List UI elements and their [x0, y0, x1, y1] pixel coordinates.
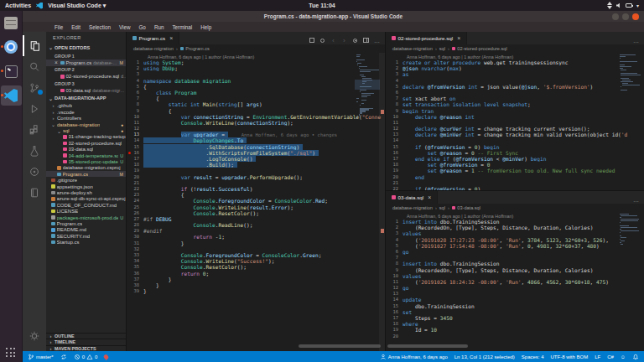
toggle-blame-icon[interactable] [319, 31, 325, 46]
code-line[interactable]: 19 Id = 10 [386, 327, 644, 333]
code-line[interactable]: 8set transaction isolation level snapsho… [386, 101, 644, 107]
language-mode[interactable]: C# [607, 354, 614, 359]
extensions-icon[interactable] [23, 119, 46, 140]
code-line[interactable]: 1create or alter procedure web.get_train… [386, 59, 644, 65]
code-line[interactable]: 1using System; [127, 59, 385, 65]
tree-item-Startup.cs[interactable]: Startup.cs [46, 239, 126, 245]
code-line[interactable]: 2using DbUp; [127, 65, 385, 71]
code-line[interactable]: 21 [127, 180, 385, 186]
code-line[interactable]: 24 Console.ForegroundColor = ConsoleColo… [127, 198, 385, 204]
code-line[interactable]: 11 ('20191026 18:24:32 -08:00', 'Run', 4… [386, 279, 644, 285]
gitlens-icon[interactable] [352, 31, 358, 46]
code-line[interactable]: 20 [386, 334, 644, 339]
code-line[interactable]: 9 { [127, 108, 385, 114]
workspace-root[interactable]: ⌄DATA-MIGRATION-APP [46, 94, 126, 103]
next-change-icon[interactable]: › [341, 31, 347, 46]
breadcrumb[interactable]: database-migration›sql›02-stored-procedu… [386, 44, 644, 53]
code-line[interactable]: 10 declare @reason int [386, 114, 644, 120]
tree-item-04-add-temperature.sql[interactable]: 04-add-temperature.sqlU [46, 153, 126, 158]
code-line[interactable]: 39} [127, 288, 385, 294]
code-line[interactable]: 5declare @fromVersion int = json_value(@… [386, 84, 644, 90]
code-line[interactable]: 20 var result = upgrader.PerformUpgrade(… [127, 174, 385, 180]
code-line[interactable]: 18 .Build(); [127, 162, 385, 168]
tree-item-01-change-tracking-setup.sql[interactable]: 01-change-tracking-setup.sql [46, 134, 126, 140]
cursor-position[interactable]: Ln 13, Col 1 (212 selected) [454, 354, 515, 359]
code-line[interactable]: 26 Console.ResetColor(); [127, 210, 385, 216]
code-line[interactable]: 18 set @fromVersion = 0 [386, 162, 644, 168]
code-line[interactable]: 13 [386, 291, 644, 297]
code-line[interactable]: 9 (RecordedOn, [Type], Steps, Distance, … [386, 267, 644, 273]
code-line[interactable]: 12 declare @curVer int = change_tracking… [386, 126, 644, 132]
menu-terminal[interactable]: Terminal [169, 24, 195, 30]
breadcrumb-item[interactable]: database-migration [392, 205, 433, 210]
code-line[interactable]: 19 [127, 168, 385, 173]
horizontal-scrollbar[interactable] [387, 344, 468, 348]
code-line[interactable]: 15 if (@fromVersion = 0) begin [386, 144, 644, 150]
code-line[interactable]: 34 Console.WriteLine("Success!"); [127, 258, 385, 264]
code-line[interactable]: 12go [386, 285, 644, 291]
panel-timeline[interactable]: ›TIMELINE [46, 339, 126, 345]
tree-item-Program.cs[interactable]: Program.csM [46, 171, 126, 177]
breadcrumb-item[interactable]: sql [439, 205, 445, 210]
vertical-scrollbar[interactable] [379, 53, 385, 351]
code-line[interactable]: 16set [386, 309, 644, 315]
code-line[interactable]: 6 class Program [127, 90, 385, 96]
tree-item-azure-deploy.sh[interactable]: azure-deploy.sh [46, 189, 126, 195]
menu-edit[interactable]: Edit [68, 24, 84, 30]
search-icon[interactable] [23, 56, 46, 77]
tab-close-icon[interactable]: × [169, 35, 173, 41]
code-line[interactable]: 3as [386, 71, 644, 77]
close-button[interactable] [632, 13, 639, 20]
code-line[interactable]: 7 [386, 255, 644, 261]
code-line[interactable]: 2@json nvarchar(max) [386, 65, 644, 71]
tree-item-packages-microsoft-prod.deb[interactable]: packages-microsoft-prod.debU [46, 215, 126, 220]
code-line[interactable]: 4 [386, 78, 644, 84]
activities-button[interactable]: Activities [5, 3, 31, 8]
menu-view[interactable]: View [116, 24, 134, 30]
code-line[interactable]: 5 ('20191027 17:54:48 -08:00', 'Run', 0,… [386, 243, 644, 249]
code-line[interactable]: 22 if (!result.Successful) [127, 186, 385, 192]
tree-item-appsettings.json[interactable]: appsettings.json [46, 184, 126, 189]
breadcrumb-item[interactable]: Program.cs [180, 46, 210, 51]
tab-02-stored-procedure.sql[interactable]: 02-stored-procedure.sql× [386, 32, 467, 44]
code-line[interactable]: 4 ('20191028 17:27:23 -08:00', 'Run', 37… [386, 237, 644, 243]
book-extension-icon[interactable] [23, 182, 46, 203]
tree-item-05-stored-proc-update.sql[interactable]: 05-stored-proc-update.sqlU [46, 158, 126, 164]
code-line[interactable]: 15 dbo.TrainingSession [386, 303, 644, 309]
tree-item-azure-sql-db-sync-ct-api.csproj[interactable]: azure-sql-db-sync-ct-api.csproj [46, 196, 126, 202]
code-line[interactable]: 21 [386, 180, 644, 186]
code-line[interactable]: 20 end [386, 174, 644, 180]
code-line[interactable]: 30 return -1; [127, 234, 385, 240]
app-menu-button[interactable]: Visual Studio Code ▾ [48, 3, 106, 9]
code-line[interactable]: 9begin tran [386, 108, 644, 114]
more-actions-icon[interactable]: … [633, 31, 639, 46]
split-editor-icon[interactable] [363, 31, 369, 46]
code-editor[interactable]: Anna Hoffman, 6 days ago | 1 author (Ann… [127, 53, 385, 351]
code-line[interactable]: 12 [127, 126, 385, 132]
more-actions-icon[interactable]: … [374, 31, 380, 46]
code-line[interactable]: 13 var upgrader = Anna Hoffman, 6 days a… [127, 132, 385, 137]
code-editor[interactable]: Anna Hoffman, 6 days ago | 1 author (Ann… [386, 53, 644, 190]
code-line[interactable]: 10 var connectionString = Environment.Ge… [127, 114, 385, 120]
open-editor-item[interactable]: ×Program.csdatabase-migra...M [46, 59, 126, 66]
indentation-status[interactable]: Spaces: 4 [522, 354, 544, 359]
code-line[interactable]: 31 } [127, 240, 385, 246]
code-line[interactable]: 17 .LogToConsole() [127, 156, 385, 162]
minimize-button[interactable] [612, 13, 619, 20]
source-control-icon[interactable] [23, 77, 46, 98]
code-line[interactable]: 5{ [127, 84, 385, 90]
code-line[interactable]: 14 [386, 137, 644, 143]
breadcrumb-item[interactable]: 02-stored-procedure.sql [452, 46, 507, 51]
tab-close-icon[interactable]: × [457, 35, 460, 41]
code-line[interactable]: 6go [386, 249, 644, 255]
tree-item-Program.cs[interactable]: Program.cs [46, 220, 126, 226]
tree-item-03-data.sql[interactable]: 03-data.sql [46, 147, 126, 153]
code-line[interactable]: 17 Steps = 3450 [386, 315, 644, 321]
code-line[interactable]: 32 [127, 246, 385, 252]
code-line[interactable]: 10values [386, 273, 644, 279]
code-line[interactable]: 2 (RecordedOn, [Type], Steps, Distance, … [386, 225, 644, 230]
code-line[interactable]: 16 .WithScriptsFromFileSystem("./sql") [127, 150, 385, 156]
more-actions-icon[interactable]: … [633, 190, 639, 205]
code-line[interactable]: 3 [127, 71, 385, 77]
tree-item-Controllers[interactable]: ›Controllers [46, 116, 126, 122]
